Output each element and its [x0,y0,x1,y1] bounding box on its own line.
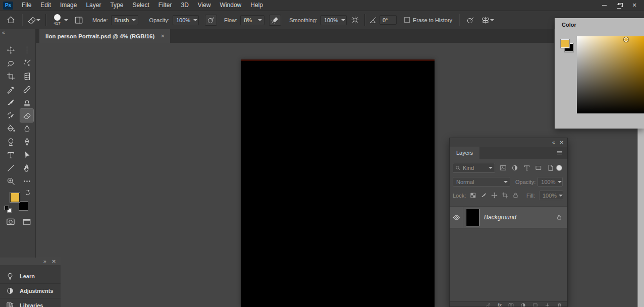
blend-mode-dropdown[interactable]: Normal [453,177,510,187]
lock-artboard-icon[interactable] [502,192,508,199]
mode-dropdown[interactable]: Brush [111,15,138,25]
tab-close-icon[interactable]: ✕ [160,33,165,39]
brush-angle-field[interactable]: 0° [380,15,397,25]
menu-view[interactable]: View [193,0,216,11]
layer-thumbnail[interactable] [466,209,479,226]
symmetry-button[interactable] [481,16,494,25]
menu-image[interactable]: Image [56,0,81,11]
minimize-button[interactable] [597,0,612,11]
layer-row-background[interactable]: Background [450,206,567,228]
collapse-toolbar-icon[interactable]: « [2,30,5,35]
line-tool[interactable] [4,161,17,174]
hand-tool[interactable] [20,161,33,174]
close-panel-icon[interactable]: ✕ [560,140,564,145]
filter-adjustment-layers-button[interactable] [509,163,521,172]
eyedropper-tool[interactable] [4,83,17,96]
tool-preset-picker[interactable] [27,16,40,25]
delete-layer-icon[interactable] [557,302,562,306]
pressure-size-button[interactable] [464,15,476,26]
panel-libraries[interactable]: Libraries [0,298,61,307]
chevron-down-icon[interactable] [64,19,68,23]
lock-position-icon[interactable] [491,192,498,199]
menu-3d[interactable]: 3D [176,0,193,11]
crop-tool[interactable] [4,70,17,83]
color-picker-ring[interactable] [624,37,628,42]
single-column-marquee-tool[interactable] [20,43,33,56]
lock-transparency-icon[interactable] [470,192,476,199]
layer-effects-icon[interactable]: fx [498,302,502,306]
filter-kind-dropdown[interactable]: Kind [453,163,495,173]
brush-size-picker[interactable]: 417 [51,14,63,26]
new-group-icon[interactable] [532,302,538,306]
panel-adjustments[interactable]: Adjustments [0,284,61,298]
screen-mode-button[interactable] [22,217,31,226]
menu-edit[interactable]: Edit [36,0,56,11]
layer-lock-icon[interactable] [556,214,562,220]
blur-tool[interactable] [20,122,33,135]
smoothing-dropdown[interactable]: 100% [320,15,347,25]
tab-layers[interactable]: Layers [450,147,479,159]
layer-mask-icon[interactable] [508,302,514,306]
document-canvas[interactable] [241,59,435,307]
tab-color[interactable]: Color [562,22,576,28]
history-brush-tool[interactable] [4,109,17,122]
foreground-color-swatch[interactable] [10,193,20,202]
new-layer-icon[interactable] [545,302,550,306]
filtering-toggle[interactable] [556,165,562,171]
panel-menu-icon[interactable] [556,149,563,156]
path-selection-tool[interactable] [20,148,33,161]
move-tool[interactable] [4,43,17,56]
paint-bucket-tool[interactable] [4,122,17,135]
dodge-tool[interactable] [4,135,17,148]
fill-dropdown[interactable]: 100% [539,191,563,200]
menu-layer[interactable]: Layer [81,0,105,11]
layer-opacity-dropdown[interactable]: 100% [538,177,563,187]
swap-colors-icon[interactable] [25,190,31,196]
default-colors-button[interactable] [5,206,12,213]
brush-tool[interactable] [4,96,17,109]
type-tool[interactable] [4,148,17,161]
pen-tool[interactable] [20,135,33,148]
menu-help[interactable]: Help [246,0,267,11]
quick-selection-tool[interactable] [20,56,33,70]
color-ramp[interactable] [577,36,644,113]
filter-pixel-layers-button[interactable] [497,163,509,172]
clone-stamp-tool[interactable] [20,96,33,109]
menu-select[interactable]: Select [128,0,153,11]
perspective-crop-tool[interactable] [20,70,33,83]
menu-type[interactable]: Type [105,0,128,11]
document-tab[interactable]: lion person Portrait.psd @ 4% (RGB/16) ✕ [39,29,170,43]
home-icon[interactable] [7,16,15,24]
opacity-dropdown[interactable]: 100% [173,15,199,25]
quick-mask-button[interactable] [6,217,15,226]
lasso-tool[interactable] [4,56,17,70]
filter-shape-layers-button[interactable] [532,163,544,172]
menu-file[interactable]: File [17,0,36,11]
gear-icon[interactable] [351,16,359,24]
panel-learn[interactable]: Learn [0,269,61,284]
close-panel-icon[interactable]: ✕ [52,258,56,265]
flow-dropdown[interactable]: 8% [240,15,264,25]
link-layers-icon[interactable] [486,302,491,306]
pressure-opacity-button[interactable] [205,15,217,26]
menu-filter[interactable]: Filter [154,0,177,11]
color-foreground-swatch[interactable] [561,39,569,48]
eraser-tool[interactable] [20,109,33,122]
healing-brush-tool[interactable] [20,83,33,96]
menu-window[interactable]: Window [216,0,246,11]
edit-toolbar-button[interactable] [20,174,33,188]
airbrush-button[interactable] [269,15,281,26]
background-color-swatch[interactable] [19,201,28,211]
lock-paint-icon[interactable] [480,192,487,199]
lock-all-icon[interactable] [512,192,519,199]
layer-visibility-toggle[interactable] [450,207,463,228]
collapse-panel-icon[interactable]: « [552,140,555,145]
brush-panel-toggle-icon[interactable] [74,16,83,25]
erase-to-history-checkbox[interactable] [404,17,410,23]
close-button[interactable]: ✕ [627,0,642,11]
restore-button[interactable] [612,0,627,11]
filter-smart-objects-button[interactable] [545,163,556,172]
layer-name[interactable]: Background [484,214,516,221]
adjustment-layer-icon[interactable] [520,302,526,306]
filter-type-layers-button[interactable] [521,163,532,172]
